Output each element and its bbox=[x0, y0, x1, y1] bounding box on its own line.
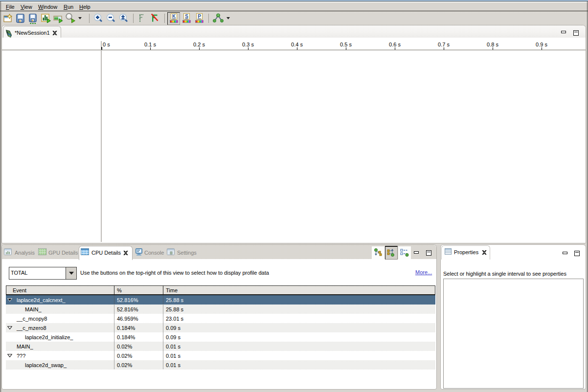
svg-text:K: K bbox=[172, 14, 176, 19]
svg-text:P: P bbox=[198, 14, 201, 19]
svg-text:S: S bbox=[185, 14, 188, 19]
